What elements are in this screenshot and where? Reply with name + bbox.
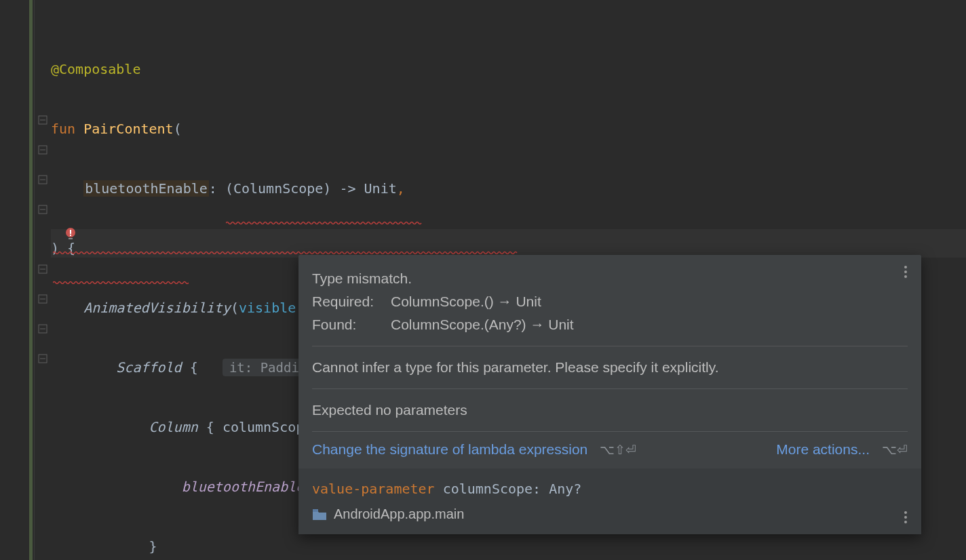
comma-token: ,: [397, 180, 405, 197]
tooltip-msg2: Cannot infer a type for this parameter. …: [312, 356, 908, 379]
module-folder-icon: [312, 508, 327, 521]
annotation-token: @Composable: [51, 61, 140, 77]
tooltip-title: Type mismatch.: [312, 267, 908, 290]
module-line: AndroidApp.app.main: [312, 506, 908, 522]
svg-point-22: [904, 275, 907, 278]
editor-gutter: [0, 0, 51, 560]
required-value: ColumnScope.() → Unit: [391, 294, 541, 309]
tooltip-msg3: Expected no parameters: [312, 399, 908, 422]
tooltip-found-row: Found:ColumnScope.(Any?) → Unit: [312, 313, 908, 336]
tooltip-divider: [312, 346, 908, 346]
svg-point-25: [904, 516, 907, 519]
brace-token: {: [182, 359, 198, 376]
gutter-separator: [34, 0, 35, 560]
fold-marker-icon[interactable]: [38, 324, 47, 334]
error-underline-icon: [53, 281, 189, 284]
tooltip-footer: value-parameter columnScope: Any? Androi…: [298, 468, 921, 534]
function-call: Scaffold: [116, 359, 181, 376]
tooltip-body: Type mismatch. Required:ColumnScope.() →…: [298, 255, 921, 468]
vp-keyword: value-parameter: [312, 481, 435, 497]
function-call-err: bluetoothEnable: [182, 479, 305, 495]
found-label: Found:: [312, 313, 391, 336]
shortcut-hint: ⌥⇧⏎: [600, 442, 636, 458]
tooltip-required-row: Required:ColumnScope.() → Unit: [312, 290, 908, 313]
paren-token: (: [231, 300, 239, 316]
svg-point-26: [904, 521, 907, 523]
svg-point-24: [904, 511, 907, 514]
code-line: @Composable: [51, 54, 641, 84]
error-underline-icon: [53, 251, 518, 254]
vcs-change-marker: [29, 0, 33, 560]
more-options-icon[interactable]: [904, 510, 908, 525]
module-name: AndroidApp.app.main: [334, 506, 464, 522]
fold-marker-icon[interactable]: [38, 294, 47, 304]
fold-marker-icon[interactable]: [38, 264, 47, 274]
quickfix-change-signature-link[interactable]: Change the signature of lambda expressio…: [312, 441, 587, 458]
error-tooltip: Type mismatch. Required:ColumnScope.() →…: [298, 255, 921, 534]
keyword-token: fun: [51, 121, 75, 137]
fold-marker-icon[interactable]: [38, 205, 47, 214]
code-line: fun PairContent(: [51, 114, 641, 144]
more-options-icon[interactable]: [904, 264, 908, 279]
code-line: }: [51, 532, 641, 560]
function-call: Column: [149, 419, 198, 435]
function-name: PairContent: [83, 121, 173, 137]
fold-marker-icon[interactable]: [38, 145, 47, 155]
function-call: AnimatedVisibility: [83, 300, 231, 316]
fold-marker-icon[interactable]: [38, 354, 47, 363]
type-signature: : (ColumnScope) -> Unit: [209, 180, 397, 197]
vp-signature: columnScope: Any?: [435, 481, 582, 497]
named-param: visible: [239, 300, 296, 316]
value-parameter-line: value-parameter columnScope: Any?: [312, 478, 908, 500]
fold-marker-icon[interactable]: [38, 175, 47, 184]
shortcut-hint: ⌥⏎: [882, 442, 908, 458]
code-line: bluetoothEnable: (ColumnScope) -> Unit,: [51, 174, 641, 203]
svg-point-21: [904, 271, 907, 273]
more-actions-link[interactable]: More actions...: [776, 441, 870, 458]
brace-token: }: [149, 538, 157, 555]
brace-token: {: [198, 419, 223, 435]
required-label: Required:: [312, 290, 391, 313]
paren-token: (: [174, 121, 182, 137]
param-name-highlighted: bluetoothEnable: [83, 180, 209, 197]
tooltip-divider: [312, 431, 908, 432]
svg-rect-23: [313, 509, 318, 512]
svg-point-20: [904, 266, 907, 268]
tooltip-actions-row: Change the signature of lambda expressio…: [312, 441, 908, 458]
tooltip-divider: [312, 388, 908, 389]
error-underline-icon: [226, 221, 423, 224]
fold-marker-icon[interactable]: [38, 115, 47, 125]
found-value: ColumnScope.(Any?) → Unit: [391, 317, 574, 332]
